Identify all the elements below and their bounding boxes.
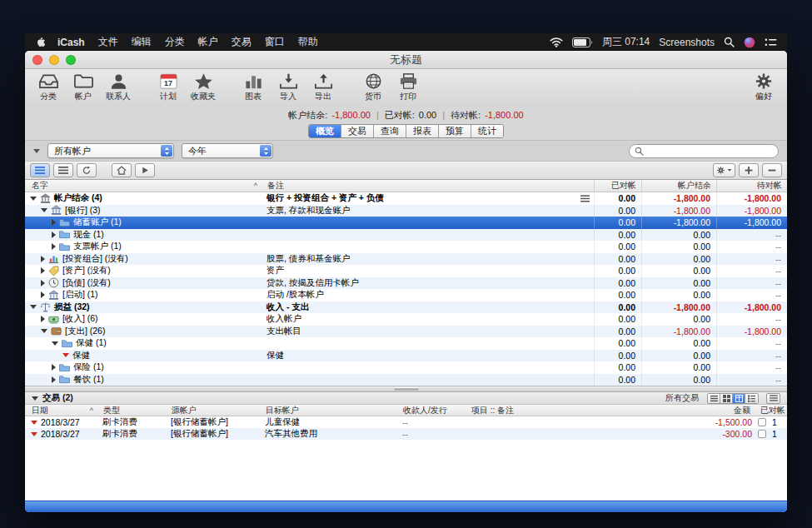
view-grid-button[interactable] xyxy=(720,394,733,403)
account-row[interactable]: [负债] (没有)贷款, 按揭及信用卡帐户0.000.00-- xyxy=(25,277,787,290)
refresh-button[interactable] xyxy=(77,163,97,177)
toolbar-button-charts[interactable]: 图表 xyxy=(240,72,267,102)
disclosure-collapsed-icon[interactable] xyxy=(41,316,45,322)
period-filter-select[interactable]: 今年 xyxy=(182,143,273,158)
menu-edit[interactable]: 编辑 xyxy=(132,35,152,49)
toolbar-button-currency[interactable]: 货币 xyxy=(360,72,386,102)
column-header-date[interactable]: 日期 ^ xyxy=(25,405,98,416)
account-row[interactable]: 保健保健0.000.00-- xyxy=(25,350,787,362)
spotlight-search-icon[interactable] xyxy=(724,37,735,47)
transactions-disclosure-icon[interactable] xyxy=(32,396,38,401)
tab-search[interactable]: 查询 xyxy=(374,125,406,137)
reconciled-checkbox[interactable] xyxy=(758,418,766,426)
toolbar-button-favorites[interactable]: 收藏夹 xyxy=(190,72,217,102)
account-row[interactable]: 保健 (1)0.000.00-- xyxy=(25,337,787,350)
column-header-memo[interactable]: 项目 :: 备注 xyxy=(466,405,682,416)
disclosure-collapsed-icon[interactable] xyxy=(52,232,56,238)
toolbar-button-accounts[interactable]: 帐户 xyxy=(70,72,97,102)
menu-file[interactable]: 文件 xyxy=(98,35,118,49)
view-detail-button[interactable] xyxy=(745,394,758,403)
tab-reports[interactable]: 报表 xyxy=(406,125,439,137)
column-header-reconciled[interactable]: 已对帐 xyxy=(594,180,641,192)
battery-icon[interactable] xyxy=(572,37,593,47)
screenshots-menu-item[interactable]: Screenshots xyxy=(659,37,715,48)
disclosure-collapsed-icon[interactable] xyxy=(41,256,45,262)
toolbar-button-print[interactable]: 打印 xyxy=(395,72,421,102)
minimize-button[interactable] xyxy=(49,55,59,65)
disclosure-expanded-icon[interactable] xyxy=(41,208,47,212)
column-header-type[interactable]: 类型 xyxy=(98,405,167,416)
menu-window[interactable]: 窗口 xyxy=(265,35,285,49)
transaction-row[interactable]: 2018/3/27刷卡消费[银行储蓄帐户]儿童保健---1,500.001 xyxy=(25,416,787,428)
column-header-target[interactable]: 目标帐户 xyxy=(261,405,398,416)
account-row[interactable]: [支出] (26)支出帐目0.00-1,800.00-1,800.00 xyxy=(25,326,787,338)
transaction-marker-icon[interactable] xyxy=(31,432,37,436)
column-header-pending[interactable]: 待对帐 xyxy=(716,180,787,192)
tab-overview[interactable]: 概览 xyxy=(309,125,341,137)
disclosure-expanded-icon[interactable] xyxy=(41,329,47,333)
disclosure-collapsed-icon[interactable] xyxy=(52,376,56,383)
close-button[interactable] xyxy=(32,55,42,65)
zoom-button[interactable] xyxy=(66,55,76,65)
tab-budget[interactable]: 预算 xyxy=(439,125,471,137)
toolbar-button-import[interactable]: 导入 xyxy=(275,72,301,102)
account-row[interactable]: 餐饮 (1)0.000.00-- xyxy=(25,374,787,386)
account-marker-icon[interactable] xyxy=(62,353,69,357)
disclosure-collapsed-icon[interactable] xyxy=(52,243,56,250)
disclosure-collapsed-icon[interactable] xyxy=(52,219,56,226)
transactions-options-button[interactable] xyxy=(766,393,780,404)
disclosure-expanded-icon[interactable] xyxy=(52,341,58,346)
tab-stats[interactable]: 统计 xyxy=(471,125,503,137)
reconciled-checkbox[interactable] xyxy=(758,430,766,438)
search-input[interactable] xyxy=(629,144,779,158)
column-header-reconciled[interactable]: 已对帐 xyxy=(755,405,787,416)
tab-transactions[interactable]: 交易 xyxy=(341,125,374,137)
account-row[interactable]: [收入] (6)收入帐户0.000.00-- xyxy=(25,313,787,326)
forward-button[interactable] xyxy=(135,163,155,177)
column-header-name[interactable]: 名字 ^ xyxy=(25,180,262,192)
menu-accounts[interactable]: 帐户 xyxy=(198,35,218,49)
menu-help[interactable]: 帮助 xyxy=(298,35,318,49)
account-row[interactable]: [启动] (1)启动 /股本帐户0.000.00-- xyxy=(25,289,787,301)
wifi-icon[interactable] xyxy=(550,37,563,47)
toolbar-button-contacts[interactable]: 联系人 xyxy=(105,72,132,102)
disclosure-collapsed-icon[interactable] xyxy=(41,291,45,298)
menu-transactions[interactable]: 交易 xyxy=(232,35,252,49)
account-row[interactable]: 帐户结余 (4)银行 + 投资组合 + 资产 + 负债0.00-1,800.00… xyxy=(25,192,787,205)
transaction-row[interactable]: 2018/3/27刷卡消费[银行储蓄帐户]汽车其他费用---300.001 xyxy=(25,428,787,440)
disclosure-collapsed-icon[interactable] xyxy=(41,280,45,286)
remove-account-button[interactable] xyxy=(762,163,782,177)
account-row[interactable]: [资产] (没有)资产0.000.00-- xyxy=(25,265,787,277)
outline-view-button[interactable] xyxy=(30,163,50,177)
column-header-payee[interactable]: 收款人/发行 xyxy=(398,405,466,416)
actions-menu-button[interactable] xyxy=(713,163,735,177)
view-table-button[interactable] xyxy=(733,394,745,403)
toolbar-button-categories[interactable]: 分类 xyxy=(35,72,62,102)
sidebar-disclosure-icon[interactable] xyxy=(33,149,40,153)
column-header-source[interactable]: 源帐户 xyxy=(167,405,261,416)
column-header-note[interactable]: 备注 xyxy=(262,180,594,192)
add-account-button[interactable] xyxy=(739,163,759,177)
window-titlebar[interactable]: 无标题 xyxy=(25,51,787,69)
column-header-amount[interactable]: 金额 xyxy=(682,405,755,416)
disclosure-expanded-icon[interactable] xyxy=(30,197,37,201)
preferences-button[interactable]: 偏好 xyxy=(750,72,777,102)
view-list-button[interactable] xyxy=(708,394,720,403)
disclosure-collapsed-icon[interactable] xyxy=(52,364,56,371)
menu-app[interactable]: iCash xyxy=(57,37,85,48)
account-row[interactable]: [投资组合] (没有)股票, 债券和基金账户0.000.00-- xyxy=(25,253,787,266)
transaction-marker-icon[interactable] xyxy=(31,421,37,425)
disclosure-expanded-icon[interactable] xyxy=(30,305,37,309)
column-header-balance[interactable]: 帐户结余 xyxy=(641,180,716,192)
account-row[interactable]: 储蓄账户 (1)0.00-1,800.00-1,800.00 xyxy=(25,217,787,229)
home-button[interactable] xyxy=(112,163,132,177)
account-row[interactable]: 保险 (1)0.000.00-- xyxy=(25,361,787,374)
accounts-filter-select[interactable]: 所有帐户 xyxy=(47,143,174,158)
disclosure-collapsed-icon[interactable] xyxy=(41,267,45,274)
account-row[interactable]: 支票帐户 (1)0.000.00-- xyxy=(25,241,787,253)
menu-bar-clock[interactable]: 周三 07:14 xyxy=(602,35,650,49)
pane-splitter[interactable] xyxy=(25,386,787,392)
toolbar-button-schedule[interactable]: 17计划 xyxy=(155,72,182,102)
toolbar-button-export[interactable]: 导出 xyxy=(310,72,336,102)
siri-icon[interactable] xyxy=(744,37,755,48)
